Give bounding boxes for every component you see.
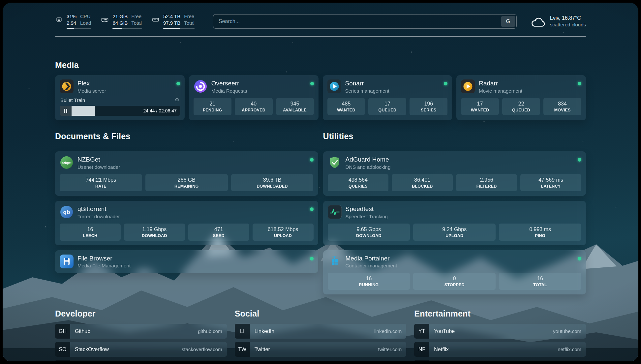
bookmark-url: github.com: [198, 328, 222, 334]
search-input[interactable]: [213, 15, 500, 28]
status-dot: [578, 158, 581, 162]
media-section-title: Media: [55, 60, 586, 70]
stat-stopped: 0 STOPPED: [413, 273, 496, 290]
service-desc: Usenet downloader: [77, 164, 120, 170]
service-card-adguard[interactable]: AdGuard Home DNS and adblocking 498,564 …: [323, 151, 586, 196]
bookmark-name: Twitter: [255, 347, 270, 352]
memory-free-value: 21 GiB: [112, 13, 128, 20]
service-desc: Container management: [346, 263, 397, 268]
service-desc: Speedtest Tracking: [346, 214, 388, 219]
memory-progress-fill: [112, 28, 122, 29]
bookmark-twitter[interactable]: TW Twitter twitter.com: [235, 342, 407, 357]
stat-upload: 9.24 Gbps UPLOAD: [413, 224, 496, 241]
stat-remaining: 266 GB REMAINING: [145, 174, 228, 191]
search-bar: G: [213, 14, 517, 29]
status-dot: [310, 158, 314, 162]
social-section: Social LI LinkedIn linkedin.com TW Twitt…: [235, 309, 407, 361]
status-dot: [444, 82, 447, 85]
sonarr-icon: [327, 79, 341, 93]
plex-icon: [60, 79, 74, 93]
status-dot: [310, 82, 314, 85]
bookmark-reddit[interactable]: RE Reddit reddit.com: [414, 360, 586, 361]
service-desc: Series management: [345, 88, 389, 94]
bookmark-youtube[interactable]: YT YouTube youtube.com: [414, 324, 586, 339]
service-card-sonarr[interactable]: Sonarr Series management 485 WANTED 17 Q…: [323, 75, 452, 120]
stat-leech: 16 LEECH: [60, 224, 121, 241]
status-dot: [310, 207, 314, 211]
service-name: Sonarr: [345, 80, 389, 87]
service-name: File Browser: [77, 255, 131, 262]
bookmark-dev[interactable]: DT DEV dev.to: [55, 360, 227, 361]
service-desc: Media Requests: [211, 88, 247, 94]
pause-button[interactable]: [60, 106, 72, 116]
bookmark-netflix[interactable]: NF Netflix netflix.com: [414, 342, 586, 357]
status-dot: [578, 82, 581, 85]
service-card-plex[interactable]: Plex Media server Bullet Train ⚙ 24:44 /…: [55, 75, 185, 120]
service-card-qbittorrent[interactable]: qb qBittorrent Torrent downloader 16 LEE…: [55, 201, 318, 245]
cpu-icon: [55, 16, 63, 24]
weather-widget[interactable]: Lviv, 16.87°C scattered clouds: [531, 15, 586, 28]
playback-time: 24:44 / 02:06:47: [143, 106, 177, 116]
status-dot: [310, 257, 314, 260]
bookmark-abbr: NF: [414, 342, 429, 357]
disk-widget: 52.4 TB 97.9 TB Free Total: [152, 13, 195, 29]
now-playing-title: Bullet Train: [60, 97, 85, 103]
stat-rate: 744.21 Mbps RATE: [60, 174, 142, 191]
bookmark-abbr: GH: [55, 324, 70, 339]
service-desc: Media File Management: [77, 263, 131, 268]
service-card-filebrowser[interactable]: File Browser Media File Management: [55, 250, 318, 273]
stat-series: 196 SERIES: [410, 98, 447, 115]
memory-widget: 21 GiB 64 GiB Free Total: [101, 13, 142, 29]
bookmark-github[interactable]: GH Github github.com: [55, 324, 227, 339]
utilities-section-title: Utilities: [323, 132, 586, 141]
disk-free-value: 52.4 TB: [163, 13, 180, 20]
developer-section-title: Developer: [55, 309, 227, 318]
cpu-progress-fill: [67, 28, 74, 29]
service-card-speedtest[interactable]: Speedtest Speedtest Tracking 9.65 Gbps D…: [323, 201, 586, 245]
stat-latency: 47.569 ms LATENCY: [520, 174, 581, 191]
disk-total-value: 97.9 TB: [163, 20, 180, 26]
svg-text:qb: qb: [63, 209, 70, 215]
utilities-section: Utilities AdGuard Home DNS and adblockin…: [323, 132, 586, 295]
speedtest-icon: [328, 205, 342, 219]
bookmark-abbr: RE: [414, 360, 429, 361]
service-card-radarr[interactable]: Radarr Movie management 17 WANTED 22 QUE…: [456, 75, 586, 120]
developer-section: Developer GH Github github.com SO StackO…: [55, 309, 227, 361]
service-name: Plex: [77, 80, 106, 87]
bookmark-abbr: SO: [55, 342, 70, 357]
media-section: Media Plex Media server: [55, 60, 586, 120]
service-card-nzbget[interactable]: nzbget NZBGet Usenet downloader 744.21 M…: [55, 151, 318, 196]
stat-download: 9.65 Gbps DOWNLOAD: [328, 224, 410, 241]
service-desc: DNS and adblocking: [346, 164, 391, 170]
memory-free-label: Free: [131, 13, 142, 20]
stat-running: 16 RUNNING: [328, 273, 410, 290]
cpu-progress-bar: [67, 28, 91, 29]
cpu-widget: 31% 2.94 CPU Load: [55, 13, 91, 29]
stat-movies: 834 MOVIES: [543, 98, 581, 115]
bookmark-linkedin[interactable]: LI LinkedIn linkedin.com: [235, 324, 407, 339]
search-provider-button[interactable]: G: [501, 16, 515, 27]
entertainment-section: Entertainment YT YouTube youtube.com NF …: [414, 309, 586, 361]
service-card-overseerr[interactable]: Overseerr Media Requests 21 PENDING 40 A…: [189, 75, 319, 120]
documents-section-title: Documents & Files: [55, 132, 318, 141]
cpu-usage-value: 31%: [67, 13, 76, 20]
overseerr-icon: [194, 79, 207, 93]
disk-icon: [152, 16, 160, 24]
service-desc: Torrent downloader: [77, 214, 120, 219]
bookmark-name: YouTube: [434, 328, 455, 334]
cpu-load-value: 2.94: [67, 20, 76, 26]
gear-icon[interactable]: ⚙: [174, 97, 179, 103]
disk-progress-bar: [163, 28, 195, 29]
service-card-portainer[interactable]: Media Portainer Container management 16 …: [323, 250, 586, 295]
service-name: qBittorrent: [77, 205, 120, 213]
bookmark-stackoverflow[interactable]: SO StackOverflow stackoverflow.com: [55, 342, 227, 357]
filebrowser-icon: [60, 255, 74, 268]
bookmark-url: netflix.com: [558, 347, 581, 352]
memory-progress-bar: [112, 28, 142, 29]
bookmark-name: Github: [75, 328, 90, 334]
weather-condition: scattered clouds: [550, 22, 586, 27]
stat-download: 1.19 Gbps DOWNLOAD: [124, 224, 185, 241]
nzbget-icon: nzbget: [60, 156, 74, 169]
portainer-icon: [328, 255, 342, 268]
memory-total-value: 64 GiB: [112, 20, 128, 26]
